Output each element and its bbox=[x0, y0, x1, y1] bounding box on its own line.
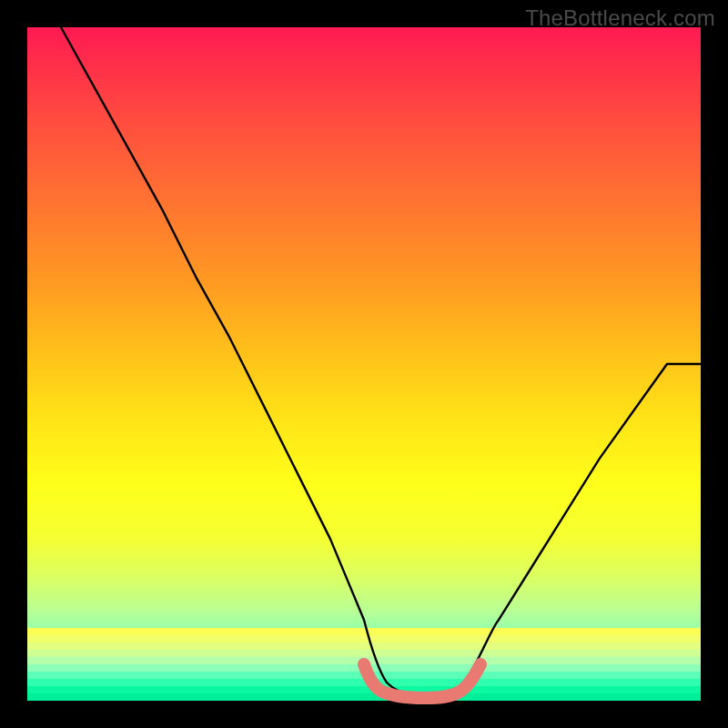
chart-svg bbox=[27, 27, 701, 701]
plot-area bbox=[27, 27, 701, 701]
ideal-zone-marker bbox=[364, 664, 480, 698]
bottleneck-curve bbox=[61, 27, 701, 696]
watermark-text: TheBottleneck.com bbox=[525, 5, 715, 31]
chart-frame: TheBottleneck.com bbox=[0, 0, 728, 728]
